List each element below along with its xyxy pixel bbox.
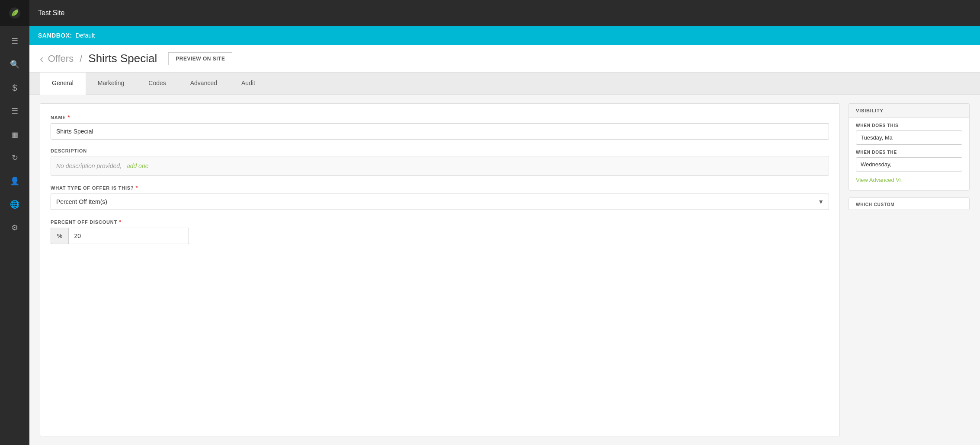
offer-type-select-wrapper: Percent Off Item(s)Dollar Off Item(s)Buy… [51,194,829,210]
search-icon: 🔍 [10,60,19,69]
add-description-link[interactable]: add one [127,162,149,169]
globe-icon: 🌐 [10,200,19,209]
when-start-value[interactable]: Tuesday, Ma [856,130,962,145]
name-field-group: NAME * [51,114,829,140]
sidebar-item-media[interactable]: ▦ [0,123,29,146]
which-custom-label: WHICH CUSTOM [849,198,969,210]
form-panel: NAME * DESCRIPTION No description provid… [40,103,840,436]
back-button[interactable]: ‹ [40,53,44,64]
reports-icon: ☰ [11,106,18,116]
visibility-body: WHEN DOES THIS Tuesday, Ma WHEN DOES THE… [849,118,969,190]
main-area: Test Site SANDBOX: Default ‹ Offers / Sh… [29,0,980,445]
percent-input-group: % [51,228,189,244]
sidebar-item-documents[interactable]: ☰ [0,29,29,53]
tab-audit[interactable]: Audit [229,73,267,95]
visibility-section: VISIBILITY WHEN DOES THIS Tuesday, Ma WH… [849,103,970,191]
sandbox-value: Default [76,32,95,39]
image-icon: ▦ [12,130,18,139]
topbar: Test Site [29,0,980,26]
sidebar-item-search[interactable]: 🔍 [0,53,29,76]
sidebar-item-sync[interactable]: ↻ [0,146,29,169]
sidebar-item-pricing[interactable]: $ [0,76,29,99]
topbar-title: Test Site [38,9,64,17]
sidebar-nav: ☰ 🔍 $ ☰ ▦ ↻ 👤 🌐 ⚙ [0,26,29,239]
sandbox-label: SANDBOX: [38,32,72,39]
sidebar-item-global[interactable]: 🌐 [0,193,29,216]
breadcrumb-separator: / [80,53,82,64]
offer-type-field-group: WHAT TYPE OF OFFER IS THIS? * Percent Of… [51,184,829,210]
percent-required: * [119,219,122,225]
tab-advanced[interactable]: Advanced [178,73,229,95]
sidebar-logo [0,0,29,26]
percent-field-group: PERCENT OFF DISCOUNT * % [51,219,829,244]
which-custom-section: WHICH CUSTOM [849,197,970,210]
documents-icon: ☰ [11,36,18,46]
right-panel: VISIBILITY WHEN DOES THIS Tuesday, Ma WH… [849,103,970,436]
user-icon: 👤 [10,176,19,186]
tab-marketing[interactable]: Marketing [86,73,136,95]
percent-label: PERCENT OFF DISCOUNT * [51,219,829,225]
view-advanced-link[interactable]: View Advanced Vi [856,177,962,183]
sandbox-bar: SANDBOX: Default [29,26,980,45]
main-content-row: NAME * DESCRIPTION No description provid… [29,95,980,445]
when-end-label: WHEN DOES THE [856,150,962,155]
description-placeholder: No description provided, [56,162,122,169]
visibility-header: VISIBILITY [849,104,969,118]
dollar-icon: $ [12,83,17,93]
tab-codes[interactable]: Codes [136,73,178,95]
name-label: NAME * [51,114,829,121]
percent-input[interactable] [68,228,189,244]
name-required: * [68,114,70,121]
sidebar-item-settings[interactable]: ⚙ [0,216,29,239]
tab-general[interactable]: General [40,73,86,95]
tabs-bar: General Marketing Codes Advanced Audit [29,73,980,95]
refresh-icon: ↻ [12,153,18,162]
sidebar: ☰ 🔍 $ ☰ ▦ ↻ 👤 🌐 ⚙ [0,0,29,445]
percent-prefix: % [51,228,68,244]
content-area: ‹ Offers / Shirts Special PREVIEW ON SIT… [29,45,980,445]
sidebar-item-users[interactable]: 👤 [0,169,29,193]
when-end-value[interactable]: Wednesday, [856,157,962,172]
name-input[interactable] [51,123,829,140]
sidebar-item-reports[interactable]: ☰ [0,99,29,123]
when-start-label: WHEN DOES THIS [856,123,962,128]
preview-button[interactable]: PREVIEW ON SITE [168,52,232,65]
offer-type-select[interactable]: Percent Off Item(s)Dollar Off Item(s)Buy… [51,194,829,210]
gear-icon: ⚙ [11,223,18,232]
description-field-group: DESCRIPTION No description provided, add… [51,148,829,176]
offer-type-label: WHAT TYPE OF OFFER IS THIS? * [51,184,829,191]
breadcrumb-parent[interactable]: Offers [48,53,74,64]
page-header: ‹ Offers / Shirts Special PREVIEW ON SIT… [29,45,980,73]
description-box[interactable]: No description provided, add one [51,156,829,176]
description-label: DESCRIPTION [51,148,829,153]
offer-type-required: * [136,184,138,191]
logo-icon [8,6,22,20]
breadcrumb-current: Shirts Special [88,52,157,65]
